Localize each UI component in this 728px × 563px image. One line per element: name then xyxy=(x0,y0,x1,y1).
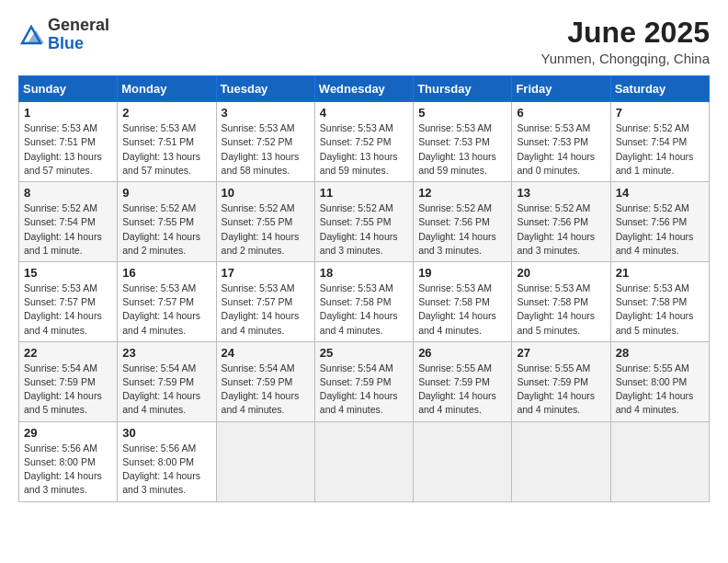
day-info: Sunrise: 5:53 AM Sunset: 7:52 PM Dayligh… xyxy=(222,121,310,178)
calendar-table: SundayMondayTuesdayWednesdayThursdayFrid… xyxy=(18,75,710,501)
calendar-cell xyxy=(314,421,413,501)
day-info: Sunrise: 5:55 AM Sunset: 7:59 PM Dayligh… xyxy=(418,362,506,418)
calendar-cell: 3Sunrise: 5:53 AM Sunset: 7:52 PM Daylig… xyxy=(216,102,314,182)
calendar-cell: 9Sunrise: 5:52 AM Sunset: 7:55 PM Daylig… xyxy=(118,182,216,262)
calendar-cell: 2Sunrise: 5:53 AM Sunset: 7:51 PM Daylig… xyxy=(118,102,216,182)
day-number: 6 xyxy=(517,106,605,120)
calendar-cell: 12Sunrise: 5:52 AM Sunset: 7:56 PM Dayli… xyxy=(414,182,512,262)
calendar-week-2: 8Sunrise: 5:52 AM Sunset: 7:54 PM Daylig… xyxy=(19,182,710,262)
day-number: 23 xyxy=(122,346,210,360)
calendar-week-5: 29Sunrise: 5:56 AM Sunset: 8:00 PM Dayli… xyxy=(19,421,710,501)
day-number: 21 xyxy=(616,266,704,280)
calendar-cell: 1Sunrise: 5:53 AM Sunset: 7:51 PM Daylig… xyxy=(19,102,118,182)
calendar-cell xyxy=(216,421,314,501)
logo-text: General Blue xyxy=(48,17,109,53)
calendar-week-3: 15Sunrise: 5:53 AM Sunset: 7:57 PM Dayli… xyxy=(19,261,710,341)
day-info: Sunrise: 5:52 AM Sunset: 7:56 PM Dayligh… xyxy=(418,201,506,258)
day-number: 15 xyxy=(24,266,112,280)
page: General Blue June 2025 Yunmen, Chongqing… xyxy=(0,0,728,563)
calendar-cell: 5Sunrise: 5:53 AM Sunset: 7:53 PM Daylig… xyxy=(414,102,512,182)
day-number: 7 xyxy=(616,106,704,120)
day-number: 12 xyxy=(418,186,506,200)
day-info: Sunrise: 5:54 AM Sunset: 7:59 PM Dayligh… xyxy=(222,362,310,418)
weekday-header-tuesday: Tuesday xyxy=(216,76,314,102)
calendar-body: 1Sunrise: 5:53 AM Sunset: 7:51 PM Daylig… xyxy=(19,102,710,501)
day-info: Sunrise: 5:53 AM Sunset: 7:57 PM Dayligh… xyxy=(122,282,210,338)
day-info: Sunrise: 5:53 AM Sunset: 7:58 PM Dayligh… xyxy=(517,282,605,338)
calendar-cell: 7Sunrise: 5:52 AM Sunset: 7:54 PM Daylig… xyxy=(610,102,709,182)
day-info: Sunrise: 5:56 AM Sunset: 8:00 PM Dayligh… xyxy=(122,442,210,498)
calendar-cell: 26Sunrise: 5:55 AM Sunset: 7:59 PM Dayli… xyxy=(414,341,512,421)
calendar-header: SundayMondayTuesdayWednesdayThursdayFrid… xyxy=(19,76,710,102)
calendar-cell: 10Sunrise: 5:52 AM Sunset: 7:55 PM Dayli… xyxy=(216,182,314,262)
day-number: 24 xyxy=(222,346,310,360)
day-info: Sunrise: 5:52 AM Sunset: 7:56 PM Dayligh… xyxy=(517,201,605,258)
logo-icon xyxy=(18,23,44,49)
day-info: Sunrise: 5:52 AM Sunset: 7:54 PM Dayligh… xyxy=(616,121,704,178)
day-number: 3 xyxy=(222,106,310,120)
weekday-header-thursday: Thursday xyxy=(414,76,512,102)
day-number: 11 xyxy=(320,186,408,200)
calendar-cell: 14Sunrise: 5:52 AM Sunset: 7:56 PM Dayli… xyxy=(610,182,709,262)
day-info: Sunrise: 5:52 AM Sunset: 7:55 PM Dayligh… xyxy=(122,201,210,258)
title-block: June 2025 Yunmen, Chongqing, China xyxy=(541,17,710,66)
day-number: 25 xyxy=(320,346,408,360)
weekday-header-friday: Friday xyxy=(512,76,610,102)
day-info: Sunrise: 5:53 AM Sunset: 7:53 PM Dayligh… xyxy=(517,121,605,178)
weekday-header-saturday: Saturday xyxy=(610,76,709,102)
day-number: 30 xyxy=(122,426,210,440)
calendar-cell: 18Sunrise: 5:53 AM Sunset: 7:58 PM Dayli… xyxy=(314,261,413,341)
day-info: Sunrise: 5:52 AM Sunset: 7:56 PM Dayligh… xyxy=(616,201,704,258)
header: General Blue June 2025 Yunmen, Chongqing… xyxy=(18,17,710,66)
calendar-cell: 28Sunrise: 5:55 AM Sunset: 8:00 PM Dayli… xyxy=(610,341,709,421)
calendar-cell: 23Sunrise: 5:54 AM Sunset: 7:59 PM Dayli… xyxy=(118,341,216,421)
day-number: 26 xyxy=(418,346,506,360)
day-number: 20 xyxy=(517,266,605,280)
calendar-subtitle: Yunmen, Chongqing, China xyxy=(541,51,710,66)
calendar-cell xyxy=(512,421,610,501)
day-number: 14 xyxy=(616,186,704,200)
calendar-cell: 27Sunrise: 5:55 AM Sunset: 7:59 PM Dayli… xyxy=(512,341,610,421)
calendar-cell: 24Sunrise: 5:54 AM Sunset: 7:59 PM Dayli… xyxy=(216,341,314,421)
calendar-cell: 13Sunrise: 5:52 AM Sunset: 7:56 PM Dayli… xyxy=(512,182,610,262)
day-number: 22 xyxy=(24,346,112,360)
calendar-cell: 29Sunrise: 5:56 AM Sunset: 8:00 PM Dayli… xyxy=(19,421,118,501)
day-info: Sunrise: 5:52 AM Sunset: 7:55 PM Dayligh… xyxy=(222,201,310,258)
day-info: Sunrise: 5:53 AM Sunset: 7:58 PM Dayligh… xyxy=(418,282,506,338)
calendar-cell: 15Sunrise: 5:53 AM Sunset: 7:57 PM Dayli… xyxy=(19,261,118,341)
day-number: 8 xyxy=(24,186,112,200)
day-info: Sunrise: 5:53 AM Sunset: 7:58 PM Dayligh… xyxy=(616,282,704,338)
logo-general-text: General xyxy=(48,17,109,35)
weekday-header-row: SundayMondayTuesdayWednesdayThursdayFrid… xyxy=(19,76,710,102)
day-info: Sunrise: 5:52 AM Sunset: 7:55 PM Dayligh… xyxy=(320,201,408,258)
calendar-cell: 11Sunrise: 5:52 AM Sunset: 7:55 PM Dayli… xyxy=(314,182,413,262)
day-info: Sunrise: 5:53 AM Sunset: 7:52 PM Dayligh… xyxy=(320,121,408,178)
calendar-week-1: 1Sunrise: 5:53 AM Sunset: 7:51 PM Daylig… xyxy=(19,102,710,182)
day-info: Sunrise: 5:53 AM Sunset: 7:51 PM Dayligh… xyxy=(24,121,112,178)
calendar-cell: 19Sunrise: 5:53 AM Sunset: 7:58 PM Dayli… xyxy=(414,261,512,341)
day-number: 29 xyxy=(24,426,112,440)
calendar-cell: 16Sunrise: 5:53 AM Sunset: 7:57 PM Dayli… xyxy=(118,261,216,341)
day-info: Sunrise: 5:54 AM Sunset: 7:59 PM Dayligh… xyxy=(320,362,408,418)
day-number: 19 xyxy=(418,266,506,280)
weekday-header-wednesday: Wednesday xyxy=(314,76,413,102)
calendar-cell: 20Sunrise: 5:53 AM Sunset: 7:58 PM Dayli… xyxy=(512,261,610,341)
calendar-title: June 2025 xyxy=(541,17,710,49)
calendar-week-4: 22Sunrise: 5:54 AM Sunset: 7:59 PM Dayli… xyxy=(19,341,710,421)
day-number: 27 xyxy=(517,346,605,360)
calendar-cell xyxy=(414,421,512,501)
weekday-header-sunday: Sunday xyxy=(19,76,118,102)
day-number: 13 xyxy=(517,186,605,200)
calendar-cell: 30Sunrise: 5:56 AM Sunset: 8:00 PM Dayli… xyxy=(118,421,216,501)
day-info: Sunrise: 5:53 AM Sunset: 7:53 PM Dayligh… xyxy=(418,121,506,178)
day-info: Sunrise: 5:53 AM Sunset: 7:57 PM Dayligh… xyxy=(24,282,112,338)
day-number: 17 xyxy=(222,266,310,280)
day-info: Sunrise: 5:53 AM Sunset: 7:58 PM Dayligh… xyxy=(320,282,408,338)
day-number: 18 xyxy=(320,266,408,280)
calendar-cell: 4Sunrise: 5:53 AM Sunset: 7:52 PM Daylig… xyxy=(314,102,413,182)
day-info: Sunrise: 5:55 AM Sunset: 7:59 PM Dayligh… xyxy=(517,362,605,418)
day-number: 28 xyxy=(616,346,704,360)
day-number: 16 xyxy=(122,266,210,280)
calendar-cell: 25Sunrise: 5:54 AM Sunset: 7:59 PM Dayli… xyxy=(314,341,413,421)
day-number: 2 xyxy=(122,106,210,120)
